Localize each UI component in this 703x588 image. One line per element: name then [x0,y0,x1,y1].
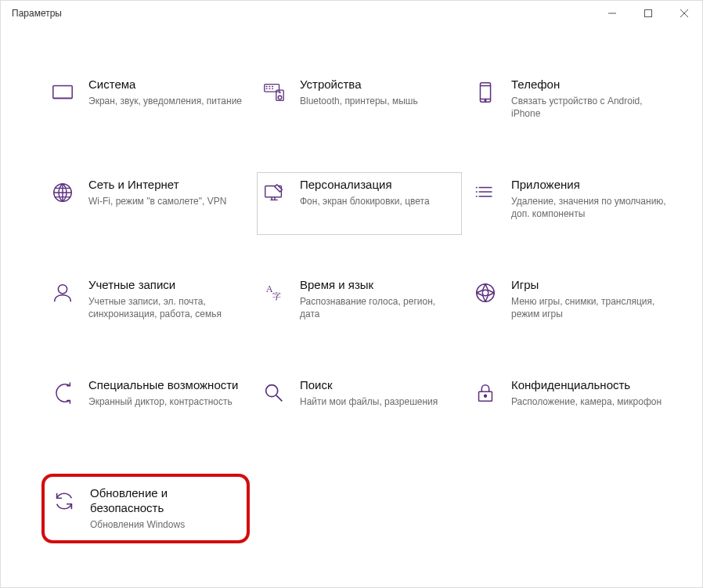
personalization-icon [261,179,287,206]
window-controls [594,1,702,26]
tile-title: Время и язык [300,278,455,293]
accounts-icon [49,280,76,306]
tile-desc: Меню игры, снимки, трансляция, режим игр… [511,295,666,320]
tile-title: Конфиденциальность [511,378,666,393]
ease-of-access-icon [49,380,76,406]
devices-icon [261,79,287,106]
tile-phone[interactable]: Телефон Связать устройство с Android, iP… [469,73,672,134]
close-button[interactable] [666,1,702,26]
tile-ease-of-access[interactable]: Специальные возможности Экранный диктор,… [46,373,250,435]
tile-title: Система [88,78,243,92]
tile-desc: Bluetooth, принтеры, мышь [300,95,455,107]
settings-grid: Система Экран, звук, уведомления, питани… [46,73,663,543]
tile-desc: Фон, экран блокировки, цвета [300,195,455,207]
tile-title: Устройства [300,78,455,92]
svg-point-4 [278,96,282,99]
svg-point-5 [279,92,280,92]
tile-accounts[interactable]: Учетные записи Учетные записи, эл. почта… [46,273,250,334]
update-icon [51,488,78,514]
tile-desc: Найти мои файлы, разрешения [300,395,455,408]
tile-network[interactable]: Сеть и Интернет Wi-Fi, режим "в самолете… [46,173,250,234]
tile-title: Телефон [511,78,666,92]
tile-desc: Учетные записи, эл. почта, синхронизация… [88,295,243,320]
tile-title: Игры [511,278,666,293]
tile-title: Учетные записи [88,278,243,293]
phone-icon [472,79,499,106]
tile-desc: Wi-Fi, режим "в самолете", VPN [88,195,243,207]
tile-title: Обновление и безопасность [90,486,237,516]
globe-icon [49,179,76,206]
tile-title: Сеть и Интернет [88,178,243,193]
maximize-button[interactable] [630,1,666,26]
window-title: Параметры [12,8,62,19]
svg-point-17 [485,395,487,397]
tile-title: Поиск [300,378,455,393]
system-icon [49,79,76,106]
time-language-icon: A 字 [261,280,287,306]
svg-text:字: 字 [272,291,281,301]
svg-point-7 [485,99,486,101]
svg-point-13 [477,284,495,302]
tile-desc: Связать устройство с Android, iPhone [511,95,666,120]
tile-time-language[interactable]: A 字 Время и язык Распознавание голоса, р… [258,273,461,334]
tile-title: Персонализация [300,178,455,193]
tile-title: Специальные возможности [88,378,243,393]
tile-privacy[interactable]: Конфиденциальность Расположение, камера,… [469,373,672,435]
tile-apps[interactable]: Приложения Удаление, значения по умолчан… [469,173,672,234]
tile-desc: Обновления Windows [90,518,237,531]
tile-personalization[interactable]: Персонализация Фон, экран блокировки, цв… [258,173,461,234]
gaming-icon [472,280,499,306]
tile-gaming[interactable]: Игры Меню игры, снимки, трансляция, режи… [469,273,672,334]
tile-devices[interactable]: Устройства Bluetooth, принтеры, мышь [258,73,461,134]
tile-title: Приложения [511,178,666,193]
tile-desc: Экранный диктор, контрастность [88,395,243,408]
tile-desc: Удаление, значения по умолчанию, доп. ко… [511,195,666,220]
svg-point-15 [266,385,278,397]
tile-desc: Расположение, камера, микрофон [511,395,666,408]
minimize-button[interactable] [594,1,630,26]
svg-point-10 [58,285,67,294]
search-icon [261,380,287,406]
apps-icon [472,179,499,206]
tile-system[interactable]: Система Экран, звук, уведомления, питани… [46,73,250,134]
tile-update-security[interactable]: Обновление и безопасность Обновления Win… [41,474,250,543]
tile-desc: Распознавание голоса, регион, дата [300,295,455,320]
tile-desc: Экран, звук, уведомления, питание [88,95,243,107]
tile-search[interactable]: Поиск Найти мои файлы, разрешения [258,373,461,435]
svg-point-14 [482,290,488,296]
svg-rect-1 [53,86,72,99]
window-titlebar: Параметры [1,1,702,26]
lock-icon [472,380,499,406]
svg-rect-0 [645,10,652,17]
settings-content: Система Экран, звук, уведомления, питани… [1,26,702,543]
